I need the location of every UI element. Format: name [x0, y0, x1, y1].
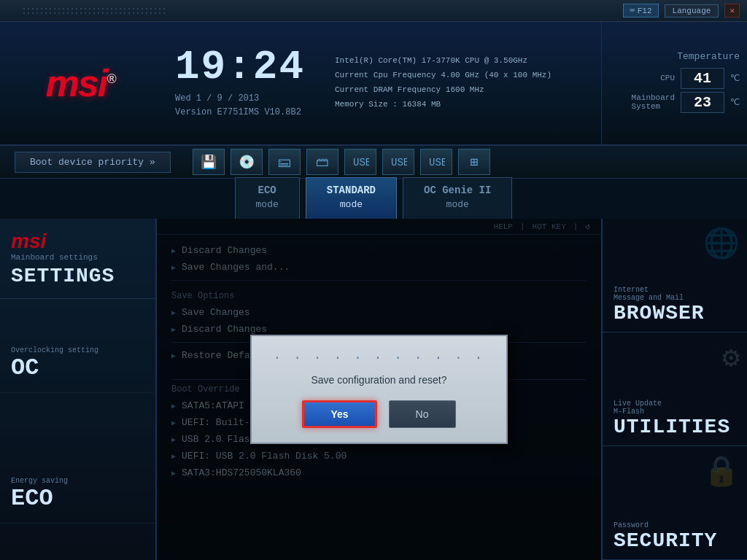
date-display: Wed 1 / 9 / 2013 Version E7751IMS V10.8B… — [175, 92, 309, 120]
f12-button[interactable]: ⌨ F12 — [623, 4, 658, 18]
boot-arrow-icon: » — [150, 157, 155, 168]
main-content: msi Mainboard settings SETTINGS Overcloc… — [0, 219, 747, 560]
svg-text:USB: USB — [429, 157, 445, 168]
memory-size: Memory Size : 16384 MB — [335, 98, 590, 112]
cpu-temp-value: 41 — [681, 68, 724, 89]
tab-eco[interactable]: ECO mode — [235, 177, 300, 219]
tab-oc-genie[interactable]: OC Genie II mode — [403, 177, 512, 219]
utilities-title: UTILITIES — [614, 416, 736, 438]
clock-display: 19:24 — [175, 47, 309, 88]
right-sidebar: 🌐 Internet Message and Mail BROWSER ⚙ Li… — [601, 219, 747, 560]
mb-temp-row: Mainboard System 23 ℃ — [609, 92, 740, 113]
top-bar: ⌨ F12 Language ✕ — [0, 0, 747, 22]
temperature-title: Temperature — [609, 51, 740, 62]
mode-tabs: ECO mode STANDARD mode OC Genie II mode — [0, 179, 747, 219]
usb2-icon[interactable]: USB — [382, 149, 414, 175]
close-button[interactable]: ✕ — [724, 4, 740, 18]
boot-priority-button[interactable]: Boot device priority » — [15, 152, 171, 173]
hdd-icon[interactable]: 💾 — [193, 149, 225, 175]
oc-genie-tab-name: OC Genie II — [424, 184, 491, 198]
svg-text:USB: USB — [353, 157, 369, 168]
browser-module[interactable]: 🌐 Internet Message and Mail BROWSER — [603, 219, 747, 332]
cpu-temp-unit: ℃ — [730, 73, 740, 84]
mb-temp-label: Mainboard System — [632, 93, 675, 111]
security-title: SECURITY — [614, 529, 736, 552]
eco-tab-name: ECO — [256, 184, 279, 198]
eco-tab-sub: mode — [256, 198, 279, 211]
browser-subtitle1: Internet — [614, 286, 736, 294]
dialog-overlay: · · · · · · · · · · · Save configuration… — [157, 219, 601, 560]
cpu-temp-label: CPU — [660, 74, 675, 82]
eco-title: ECO — [11, 485, 53, 512]
temperature-section: Temperature CPU 41 ℃ Mainboard System 23… — [601, 22, 747, 144]
header-right-info: Intel(R) Core(TM) i7-3770K CPU @ 3.50GHz… — [324, 22, 601, 144]
sidebar-section-name: SETTINGS — [11, 265, 144, 287]
language-label: Language — [673, 7, 711, 15]
dots-pattern — [22, 7, 168, 15]
oc-title: OC — [11, 354, 39, 381]
mb-temp-value: 23 — [681, 92, 724, 113]
usb-symbol3: USB — [427, 155, 445, 169]
browser-title: BROWSER — [614, 302, 736, 324]
tab-standard[interactable]: STANDARD mode — [306, 177, 397, 219]
utilities-module[interactable]: ⚙ Live Update M-Flash UTILITIES — [603, 332, 747, 446]
standard-tab-name: STANDARD — [327, 184, 376, 198]
security-icon: 🔒 — [703, 454, 740, 489]
floppy-icon[interactable]: 🗃 — [306, 149, 338, 175]
eco-subtitle: Energy saving — [11, 477, 68, 485]
standard-tab-sub: mode — [327, 198, 376, 211]
dialog-yes-button[interactable]: Yes — [302, 400, 376, 428]
sidebar-header: msi Mainboard settings SETTINGS — [0, 219, 155, 299]
security-subtitle1: Password — [614, 521, 736, 529]
usb-symbol: USB — [352, 155, 369, 169]
drive-icon[interactable]: 🖴 — [268, 149, 301, 175]
f12-label: F12 — [638, 7, 652, 15]
close-icon: ✕ — [729, 7, 735, 15]
sidebar-subtitle: Mainboard settings — [11, 253, 144, 262]
keyboard-icon: ⌨ — [630, 6, 635, 15]
usb-symbol2: USB — [390, 155, 407, 169]
dialog-message: Save configuration and reset? — [274, 374, 485, 386]
cpu-info: Intel(R) Core(TM) i7-3770K CPU @ 3.50GHz — [335, 54, 590, 69]
security-module[interactable]: 🔒 Password SECURITY — [603, 446, 747, 560]
dialog-buttons: Yes No — [274, 400, 485, 428]
boot-priority-label: Boot device priority — [30, 157, 144, 168]
oc-subtitle: Overclocking setting — [11, 346, 98, 354]
center-panel: HELP | HOT KEY | ↺ Discard Changes Save … — [157, 219, 601, 560]
msi-logo: msi® — [46, 61, 115, 105]
logo-trademark: ® — [107, 71, 115, 86]
save-config-dialog: · · · · · · · · · · · Save configuration… — [250, 335, 508, 444]
header-logo-area: msi® — [0, 22, 160, 144]
utilities-subtitle1: Live Update — [614, 400, 736, 408]
dram-freq: Current DRAM Frequency 1600 MHz — [335, 83, 590, 98]
svg-text:USB: USB — [391, 157, 407, 168]
utilities-subtitle2: M-Flash — [614, 408, 736, 416]
sidebar-logo: msi — [11, 230, 144, 253]
sidebar-item-eco[interactable]: Energy saving ECO — [0, 466, 155, 524]
sidebar-item-oc[interactable]: Overclocking setting OC — [0, 335, 155, 393]
usb3-icon[interactable]: USB — [420, 149, 452, 175]
cpu-temp-row: CPU 41 ℃ — [609, 68, 740, 89]
dialog-decoration: · · · · · · · · · · · — [274, 351, 485, 365]
header: msi® 19:24 Wed 1 / 9 / 2013 Version E775… — [0, 22, 747, 146]
date-text: Wed 1 / 9 / 2013 — [175, 92, 309, 106]
dialog-no-button[interactable]: No — [389, 400, 456, 428]
browser-icon: 🌐 — [703, 226, 740, 262]
boot-bar: Boot device priority » 💾 💿 🖴 🗃 USB USB U… — [0, 146, 747, 179]
optical-icon[interactable]: 💿 — [231, 149, 263, 175]
header-center: 19:24 Wed 1 / 9 / 2013 Version E7751IMS … — [160, 22, 324, 144]
mb-temp-unit: ℃ — [730, 97, 740, 108]
version-text: Version E7751IMS V10.8B2 — [175, 106, 309, 120]
oc-genie-tab-sub: mode — [424, 198, 491, 211]
sidebar-modules: Overclocking setting OC Energy saving EC… — [0, 299, 155, 560]
usb1-icon[interactable]: USB — [344, 149, 376, 175]
cpu-freq: Current Cpu Frequency 4.00 GHz (40 x 100… — [335, 69, 590, 83]
top-bar-decoration — [7, 7, 617, 15]
utilities-icon: ⚙ — [722, 340, 740, 376]
browser-subtitle2: Message and Mail — [614, 294, 736, 302]
language-button[interactable]: Language — [665, 4, 719, 18]
boot-device-icons: 💾 💿 🖴 🗃 USB USB USB ⊞ — [193, 149, 490, 175]
left-sidebar: msi Mainboard settings SETTINGS Overcloc… — [0, 219, 157, 560]
network-icon[interactable]: ⊞ — [458, 149, 490, 175]
